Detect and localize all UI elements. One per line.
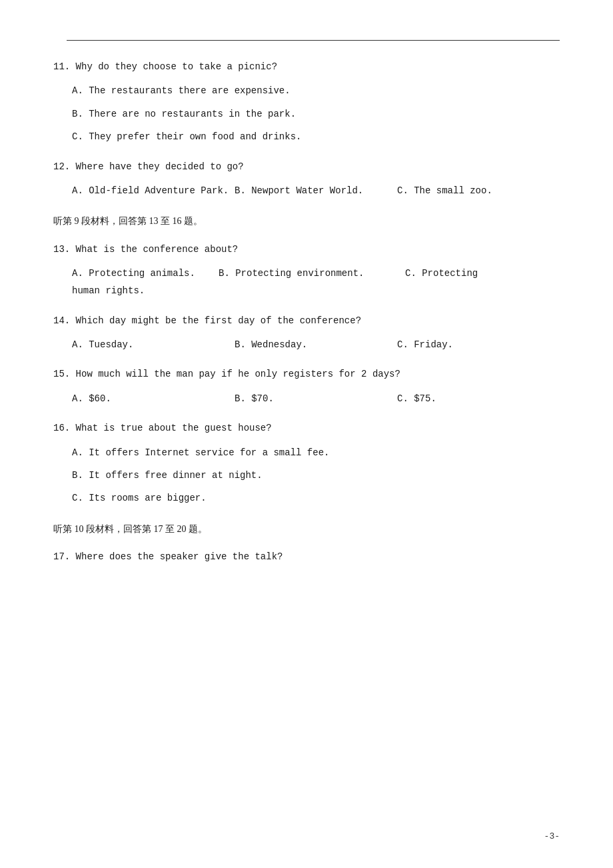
q11-options: A. The restaurants there are expensive. … xyxy=(72,83,560,144)
q12-text: 12. Where have they decided to go? xyxy=(53,159,560,174)
q12-option-b: B. Newport Water World. xyxy=(235,183,397,198)
q13-options: A. Protecting animals. B. Protecting env… xyxy=(72,266,560,299)
q15-text: 15. How much will the man pay if he only… xyxy=(53,367,560,381)
question-15: 15. How much will the man pay if he only… xyxy=(53,367,560,406)
page-container: 11. Why do they choose to take a picnic?… xyxy=(0,0,613,868)
question-11: 11. Why do they choose to take a picnic?… xyxy=(53,59,560,145)
q13-text: 13. What is the conference about? xyxy=(53,242,560,257)
q13-option-a: A. Protecting animals. xyxy=(72,266,219,281)
q15-option-a: A. $60. xyxy=(72,391,235,406)
q11-option-c: C. They prefer their own food and drinks… xyxy=(72,129,560,144)
q13-row1: A. Protecting animals. B. Protecting env… xyxy=(72,266,560,281)
top-line xyxy=(67,40,560,41)
q14-option-a: A. Tuesday. xyxy=(72,337,235,352)
q13-option-b: B. Protecting environment. xyxy=(219,266,405,281)
q15-options-inline: A. $60. B. $70. C. $75. xyxy=(72,391,560,406)
section-10-header: 听第 10 段材料，回答第 17 至 20 题。 xyxy=(53,521,560,537)
q11-option-a: A. The restaurants there are expensive. xyxy=(72,83,560,98)
q16-text: 16. What is true about the guest house? xyxy=(53,421,560,435)
q15-option-b: B. $70. xyxy=(235,391,397,406)
q14-text: 14. Which day might be the first day of … xyxy=(53,313,560,328)
question-16: 16. What is true about the guest house? … xyxy=(53,421,560,506)
q12-option-a: A. Old-field Adventure Park. xyxy=(72,183,235,198)
q11-text: 11. Why do they choose to take a picnic? xyxy=(53,59,560,74)
page-number: -3- xyxy=(544,831,560,841)
q14-option-b: B. Wednesday. xyxy=(235,337,397,352)
q16-options: A. It offers Internet service for a smal… xyxy=(72,445,560,506)
q11-option-b: B. There are no restaurants in the park. xyxy=(72,107,560,121)
section-9-header: 听第 9 段材料，回答第 13 至 16 题。 xyxy=(53,213,560,229)
question-14: 14. Which day might be the first day of … xyxy=(53,313,560,353)
q15-option-c: C. $75. xyxy=(397,391,560,406)
q12-options-inline: A. Old-field Adventure Park. B. Newport … xyxy=(72,183,560,198)
question-12: 12. Where have they decided to go? A. Ol… xyxy=(53,159,560,199)
q13-option-c-partial: C. Protecting xyxy=(405,266,478,281)
question-13: 13. What is the conference about? A. Pro… xyxy=(53,242,560,299)
question-17: 17. Where does the speaker give the talk… xyxy=(53,549,560,564)
q16-option-c: C. Its rooms are bigger. xyxy=(72,491,560,505)
q14-option-c: C. Friday. xyxy=(397,337,560,352)
q16-option-a: A. It offers Internet service for a smal… xyxy=(72,445,560,460)
q16-option-b: B. It offers free dinner at night. xyxy=(72,468,560,483)
q13-continuation: human rights. xyxy=(72,283,560,298)
q17-text: 17. Where does the speaker give the talk… xyxy=(53,549,560,564)
q14-options-inline: A. Tuesday. B. Wednesday. C. Friday. xyxy=(72,337,560,352)
q12-option-c: C. The small zoo. xyxy=(397,183,560,198)
